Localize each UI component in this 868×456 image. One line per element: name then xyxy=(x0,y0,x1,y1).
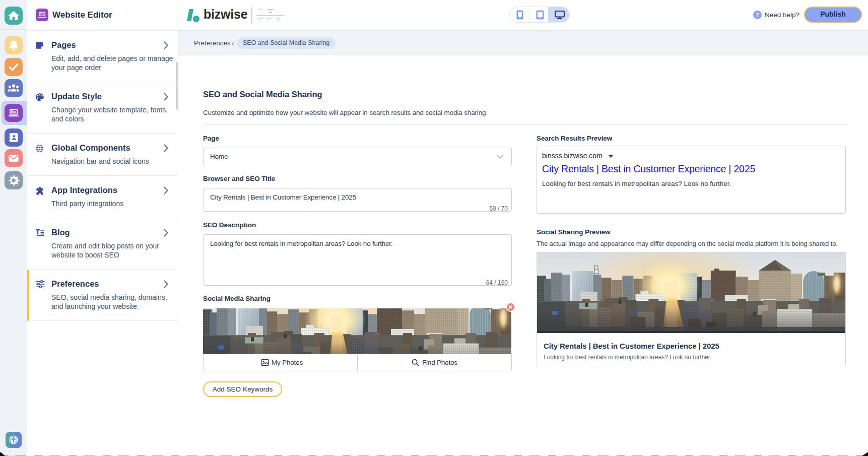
svg-text:?: ? xyxy=(756,12,759,18)
